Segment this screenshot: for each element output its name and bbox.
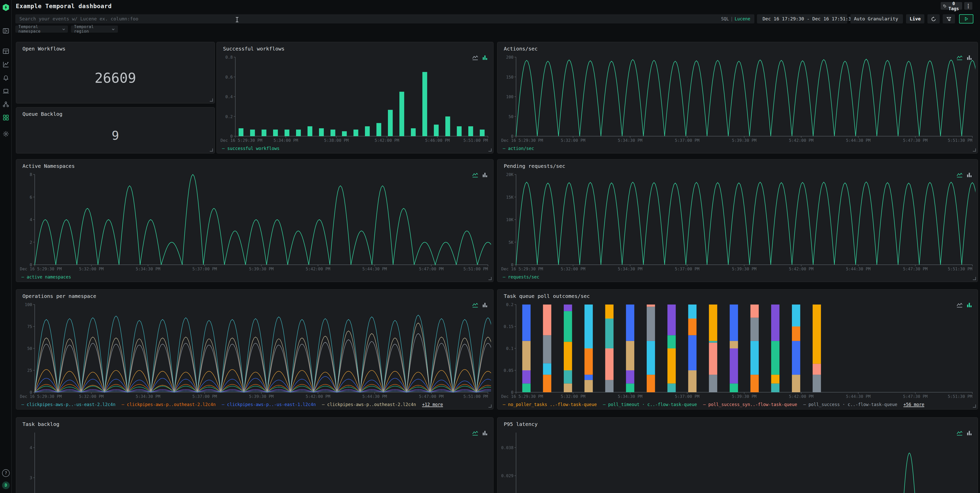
legend-item[interactable]: — requests/sec bbox=[503, 274, 539, 279]
filter-button[interactable] bbox=[943, 14, 955, 24]
collapse-sidebar-icon[interactable] bbox=[2, 27, 10, 35]
line-view-toggle-icon[interactable] bbox=[956, 55, 963, 61]
svg-text:5:34:30 PM: 5:34:30 PM bbox=[136, 394, 160, 399]
svg-text:0.029: 0.029 bbox=[501, 473, 514, 478]
svg-text:5:42:00 PM: 5:42:00 PM bbox=[789, 394, 813, 399]
panel-title: Task queue poll outcomes/sec bbox=[504, 293, 590, 299]
panel-queue-backlog[interactable]: Queue Backlog 9 bbox=[16, 107, 215, 154]
panel-open-workflows[interactable]: Open Workflows 26609 bbox=[16, 42, 215, 103]
svg-text:5:51:00 PM: 5:51:00 PM bbox=[463, 266, 488, 271]
app-root: ? D Example Temporal dashboard 0 Tags ⋮ … bbox=[0, 0, 980, 493]
legend-item[interactable]: — poll_success · c..-flow-task-queue bbox=[803, 402, 897, 407]
svg-text:5:44:30 PM: 5:44:30 PM bbox=[363, 394, 387, 399]
granularity-select[interactable]: Auto Granularity bbox=[850, 14, 903, 24]
svg-text:5:42:00 PM: 5:42:00 PM bbox=[306, 266, 330, 271]
svg-text:0.038: 0.038 bbox=[501, 445, 514, 450]
svg-text:5:34:30 PM: 5:34:30 PM bbox=[618, 394, 642, 399]
alerts-bell-icon[interactable] bbox=[2, 73, 10, 82]
line-view-toggle-icon[interactable] bbox=[472, 172, 478, 178]
svg-text:5:47:00 PM: 5:47:00 PM bbox=[419, 394, 444, 399]
chart-canvas-p95-latency[interactable]: 0.0380.0290.019 bbox=[501, 429, 975, 493]
bar-view-toggle-icon[interactable] bbox=[966, 430, 972, 436]
svg-text:5:37:00 PM: 5:37:00 PM bbox=[192, 266, 217, 271]
bar-view-toggle-icon[interactable] bbox=[482, 430, 488, 436]
help-button[interactable]: ? bbox=[2, 469, 10, 477]
line-view-toggle-icon[interactable] bbox=[956, 172, 963, 178]
svg-text:5:37:00 PM: 5:37:00 PM bbox=[675, 138, 699, 143]
more-options-button[interactable]: ⋮ bbox=[964, 2, 972, 10]
temporal-namespace-select[interactable]: Temporal namespace bbox=[15, 25, 68, 33]
chart-canvas-task-queue-poll[interactable]: 0.20.150.10.050Dec 16 5:29:30 PM5:32:00 … bbox=[501, 301, 975, 400]
mode-lucene[interactable]: Lucene bbox=[735, 16, 750, 21]
bar-view-toggle-icon[interactable] bbox=[482, 172, 488, 178]
legend-item[interactable]: — clickpipes-aws-p..outheast-2.l2c4n bbox=[121, 402, 215, 407]
svg-text:5:37:00 PM: 5:37:00 PM bbox=[192, 394, 217, 399]
chart-canvas-active-namespaces[interactable]: 86420Dec 16 5:29:30 PM5:32:00 PM5:34:30 … bbox=[19, 171, 491, 273]
svg-text:100: 100 bbox=[506, 94, 514, 99]
hosts-icon[interactable] bbox=[2, 87, 10, 95]
legend-more-link[interactable]: +12 more bbox=[422, 402, 443, 407]
bar-view-toggle-icon[interactable] bbox=[482, 55, 488, 61]
legend-item[interactable]: — poll_timeout · c..-flow-task-queue bbox=[603, 402, 697, 407]
chart-canvas-pending-requests[interactable]: 20K15K10K5K0Dec 16 5:29:30 PM5:32:00 PM5… bbox=[501, 171, 975, 273]
legend-item[interactable]: — active namespaces bbox=[21, 274, 71, 279]
legend-item[interactable]: — clickpipes-aws-p..outheast-2.l2c4n bbox=[322, 402, 416, 407]
legend-item[interactable]: — successful workflows bbox=[222, 146, 280, 151]
live-button[interactable]: Live bbox=[906, 14, 924, 24]
chart-canvas-operations-per-namespace[interactable]: 1007550250Dec 16 5:29:30 PM5:32:00 PM5:3… bbox=[19, 301, 491, 400]
bar-view-toggle-icon[interactable] bbox=[966, 302, 972, 308]
legend-item[interactable]: — no_poller_tasks ..-flow-task-queue bbox=[503, 402, 597, 407]
svg-text:10K: 10K bbox=[506, 217, 514, 222]
dashboards-icon[interactable] bbox=[2, 113, 10, 122]
line-view-toggle-icon[interactable] bbox=[472, 55, 478, 61]
run-query-button[interactable] bbox=[959, 14, 974, 24]
text-cursor-pointer bbox=[235, 15, 239, 24]
legend-item[interactable]: — clickpipes-aws-p..-us-east-1.l2c4n bbox=[222, 402, 316, 407]
user-avatar[interactable]: D bbox=[2, 482, 10, 489]
legend-item[interactable]: — poll_success_syn..-flow-task-queue bbox=[703, 402, 797, 407]
play-icon bbox=[964, 16, 969, 21]
svg-text:Dec 16 5:29:30 PM: Dec 16 5:29:30 PM bbox=[501, 394, 543, 399]
svg-text:15K: 15K bbox=[506, 195, 514, 200]
signoz-logo-icon[interactable] bbox=[2, 3, 10, 12]
line-view-toggle-icon[interactable] bbox=[956, 302, 963, 308]
service-map-icon[interactable] bbox=[2, 100, 10, 109]
line-view-toggle-icon[interactable] bbox=[956, 430, 963, 436]
svg-text:Dec 16 5:29:30 PM: Dec 16 5:29:30 PM bbox=[501, 266, 543, 271]
svg-text:5:51:30 PM: 5:51:30 PM bbox=[948, 266, 972, 271]
panel-active-namespaces[interactable]: Active Namespaces 86420Dec 16 5:29:30 PM… bbox=[16, 159, 493, 282]
line-view-toggle-icon[interactable] bbox=[472, 430, 478, 436]
search-input[interactable] bbox=[15, 14, 754, 24]
temporal-region-select[interactable]: Temporal region bbox=[71, 25, 118, 33]
panel-title: P95 latency bbox=[504, 421, 538, 427]
legend-item[interactable]: — clickpipes-aws-p..-us-east-2.l2c4n bbox=[21, 402, 115, 407]
bar-view-toggle-icon[interactable] bbox=[966, 55, 972, 61]
panel-task-backlog[interactable]: Task backlog 432 bbox=[16, 417, 493, 493]
panel-successful-workflows[interactable]: Successful workflows 0.80.60.40.20Dec 16… bbox=[216, 42, 493, 154]
svg-text:5:44:30 PM: 5:44:30 PM bbox=[846, 266, 870, 271]
bar-view-toggle-icon[interactable] bbox=[482, 302, 488, 308]
services-icon[interactable] bbox=[2, 47, 10, 55]
chart-canvas-actions-sec[interactable]: 200150100500Dec 16 5:29:30 PM5:32:00 PM5… bbox=[501, 54, 975, 144]
tags-button[interactable]: 0 Tags bbox=[941, 2, 962, 10]
panel-operations-per-namespace[interactable]: Operations per namespace 1007550250Dec 1… bbox=[16, 289, 493, 410]
chart-canvas-task-backlog[interactable]: 432 bbox=[19, 429, 491, 493]
legend-item[interactable]: — action/sec bbox=[503, 146, 534, 151]
traces-icon[interactable] bbox=[2, 60, 10, 69]
chart-canvas-successful-workflows[interactable]: 0.80.60.40.20Dec 16 5:29:30 PM5:34:00 PM… bbox=[220, 54, 491, 144]
svg-text:5:32:00 PM: 5:32:00 PM bbox=[79, 266, 103, 271]
refresh-button[interactable] bbox=[928, 14, 940, 24]
panel-task-queue-poll-outcomes[interactable]: Task queue poll outcomes/sec 0.20.150.10… bbox=[497, 289, 978, 410]
settings-gear-icon[interactable] bbox=[2, 130, 10, 138]
legend-more-link[interactable]: +56 more bbox=[904, 402, 924, 407]
svg-text:4: 4 bbox=[30, 445, 32, 450]
panel-pending-requests[interactable]: Pending requests/sec 20K15K10K5K0Dec 16 … bbox=[497, 159, 978, 282]
mode-sql[interactable]: SQL bbox=[721, 16, 729, 21]
panel-actions-sec[interactable]: Actions/sec 200150100500Dec 16 5:29:30 P… bbox=[497, 42, 978, 154]
bar-view-toggle-icon[interactable] bbox=[966, 172, 972, 178]
time-range-picker[interactable]: Dec 16 17:29:30 - Dec 16 17:51:30 bbox=[757, 14, 847, 24]
chevron-down-icon bbox=[112, 28, 115, 30]
line-view-toggle-icon[interactable] bbox=[472, 302, 478, 308]
panel-p95-latency[interactable]: P95 latency 0.0380.0290.019 bbox=[497, 417, 978, 493]
search-mode-switch[interactable]: SQL | Lucene bbox=[721, 14, 750, 24]
